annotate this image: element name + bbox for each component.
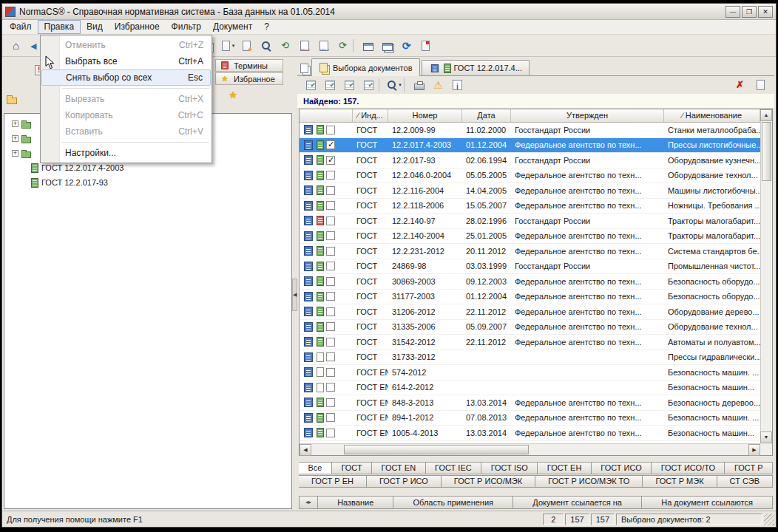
row-checkbox[interactable]	[326, 140, 335, 149]
header-name[interactable]: Наименование	[664, 109, 760, 122]
print-icon[interactable]	[410, 76, 428, 94]
menu-item[interactable]: Вставить Ctrl+V	[41, 123, 211, 140]
menu-item[interactable]: Снять выбор со всех Esc	[41, 69, 211, 86]
table-row[interactable]: ГОСТ 12.2.017-93 02.06.1994 Госстандарт …	[300, 153, 760, 168]
row-checkbox[interactable]	[326, 338, 335, 347]
title-bar[interactable]: NormaCS® - Справочная нормативная систем…	[2, 4, 776, 20]
table-row[interactable]: ГОСТ 12.2.140-2004 25.01.2005 Федерально…	[300, 229, 760, 245]
menu-bar-item[interactable]: Избранное	[109, 20, 166, 34]
expand-icon[interactable]	[12, 120, 18, 127]
menu-item[interactable]	[41, 140, 211, 145]
filter-tab[interactable]: ГОСТ EN	[372, 462, 426, 474]
table-row[interactable]: ГОСТ EN 614-2-2012 Безопасность машин...	[300, 381, 760, 396]
maximize-button[interactable]: ❐	[742, 6, 757, 18]
row-checkbox[interactable]	[326, 171, 335, 180]
row-checkbox[interactable]	[326, 352, 335, 361]
table-row[interactable]: ГОСТ 31335-2006 05.09.2007 Федеральное а…	[300, 320, 760, 335]
row-checkbox[interactable]	[326, 429, 335, 437]
edit-document-icon[interactable]	[237, 37, 256, 55]
row-checkbox[interactable]	[326, 307, 335, 316]
info-tab[interactable]: Документ ссылается на	[513, 496, 642, 509]
menu-item[interactable]: Копировать Ctrl+C	[41, 107, 211, 123]
table-row[interactable]: ГОСТ 12.2.118-2006 15.05.2007 Федерально…	[300, 199, 760, 214]
filter-tab[interactable]: ГОСТ Р ИСО/МЭК	[442, 475, 535, 488]
scroll-up-button[interactable]: ▲	[760, 109, 772, 121]
table-row[interactable]: ГОСТ 31733-2012 Прессы гидравлически...	[300, 350, 760, 366]
search-document-icon[interactable]	[257, 37, 275, 55]
menu-item[interactable]: Отменить Ctrl+Z	[41, 37, 211, 53]
row-checkbox[interactable]	[326, 247, 335, 256]
tab-document[interactable]: ГОСТ 12.2.017.4...	[422, 60, 530, 75]
scroll-left-button[interactable]: ◀	[300, 444, 311, 456]
panel-splitter[interactable]: ◀	[292, 57, 297, 511]
expand-icon[interactable]	[12, 135, 18, 142]
table-row[interactable]: ГОСТ 31542-2012 22.11.2012 Федеральное а…	[300, 335, 760, 350]
row-checkbox[interactable]	[326, 126, 335, 134]
export-icon[interactable]	[218, 37, 237, 55]
sync-icon[interactable]	[397, 37, 416, 55]
horizontal-scroll-thumb[interactable]	[344, 445, 529, 454]
menu-item[interactable]	[41, 86, 211, 91]
splitter-collapse-button[interactable]: ◀	[292, 279, 297, 311]
menu-item[interactable]: Выбрать все Ctrl+A	[41, 53, 211, 69]
header-index[interactable]: Инд...	[353, 109, 388, 122]
row-checkbox[interactable]	[326, 216, 335, 225]
table-row[interactable]: ГОСТ 12.2.017.4-2003 01.12.2004 Федераль…	[300, 138, 760, 154]
uncheck-all-icon[interactable]	[340, 76, 359, 94]
remove-selection-icon[interactable]	[731, 76, 749, 94]
menu-bar-item[interactable]: Фильтр	[166, 20, 207, 34]
filter-tab[interactable]: СТ СЭВ	[717, 475, 773, 488]
add-folder-icon[interactable]	[7, 98, 17, 104]
table-row[interactable]: ГОСТ 31206-2012 22.11.2012 Федеральное а…	[300, 304, 760, 320]
row-checkbox[interactable]	[326, 322, 335, 331]
header-approved-by[interactable]: Утвержден	[511, 109, 664, 122]
document-info-icon[interactable]	[448, 76, 467, 94]
menu-bar-item[interactable]: Файл	[4, 20, 38, 34]
row-checkbox[interactable]	[326, 398, 335, 407]
resize-grip[interactable]	[764, 514, 774, 525]
table-row[interactable]: ГОСТ EN 1005-4-2013 13.03.2014 Федеральн…	[300, 426, 760, 441]
horizontal-scrollbar[interactable]: ◀ ▶	[300, 443, 760, 455]
table-row[interactable]: ГОСТ 12.2.140-97 28.02.1996 Госстандарт …	[300, 214, 760, 229]
header-number[interactable]: Номер	[388, 109, 462, 122]
document-list-icon[interactable]	[300, 64, 308, 73]
filter-tab[interactable]: ГОСТ Р МЭК	[643, 475, 717, 488]
report-document-icon[interactable]	[751, 76, 770, 94]
menu-bar-item[interactable]: Правка	[38, 20, 81, 34]
invert-selection-icon[interactable]	[359, 76, 378, 94]
info-tab[interactable]: На документ ссылаются	[642, 496, 773, 509]
table-row[interactable]: ГОСТ 12.2.231-2012 20.11.2012 Федерально…	[300, 244, 760, 259]
filter-tab[interactable]: ГОСТ Р ИСО	[367, 475, 442, 488]
vertical-scroll-thumb[interactable]	[762, 122, 771, 181]
minimize-button[interactable]: —	[725, 6, 740, 18]
table-row[interactable]: ГОСТ 24869-98 03.03.1999 Госстандарт Рос…	[300, 259, 760, 275]
check-group-icon[interactable]	[321, 76, 339, 94]
info-tab[interactable]: Название	[318, 496, 393, 509]
table-row[interactable]: ГОСТ 30869-2003 09.12.2003 Федеральное а…	[300, 274, 760, 290]
table-row[interactable]: ГОСТ 12.2.046.0-2004 05.05.2005 Федераль…	[300, 168, 760, 184]
info-tab[interactable]: Область применения	[393, 496, 513, 509]
filter-tab[interactable]: ГОСТ ИСО/ТО	[652, 462, 725, 474]
info-tabs-scroll-button[interactable]: ◂▸	[299, 496, 318, 509]
vertical-scrollbar[interactable]: ▲ ▼	[760, 109, 772, 443]
header-icons-column[interactable]	[300, 109, 353, 122]
row-checkbox[interactable]	[326, 231, 335, 240]
table-row[interactable]: ГОСТ 31177-2003 01.12.2004 Федеральное а…	[300, 290, 760, 305]
search-icon[interactable]	[385, 76, 403, 94]
filter-tab[interactable]: ГОСТ	[332, 462, 372, 474]
filter-tab[interactable]: ГОСТ Р	[725, 462, 773, 474]
filter-tab[interactable]: ГОСТ ИСО	[592, 462, 652, 474]
refresh-icon[interactable]	[334, 37, 352, 55]
table-row[interactable]: ГОСТ EN 848-3-2013 13.03.2014 Федерально…	[300, 395, 760, 411]
filter-tab[interactable]: ГОСТ IEC	[426, 462, 482, 474]
table-row[interactable]: ГОСТ EN 894-1-2012 07.08.2013 Федерально…	[300, 411, 760, 426]
row-checkbox[interactable]	[326, 383, 335, 392]
close-button[interactable]: ✕	[758, 6, 773, 18]
row-checkbox[interactable]	[326, 186, 335, 195]
filter-tab[interactable]: ГОСТ ЕН	[538, 462, 592, 474]
tree-item[interactable]: ГОСТ 12.2.017-93	[4, 175, 291, 190]
filter-tab[interactable]: ГОСТ Р ИСО/МЭК ТО	[535, 475, 643, 488]
text-search-icon[interactable]	[314, 37, 333, 55]
tab-favorites[interactable]: Избранное	[215, 72, 283, 85]
window-icon[interactable]	[359, 37, 377, 55]
